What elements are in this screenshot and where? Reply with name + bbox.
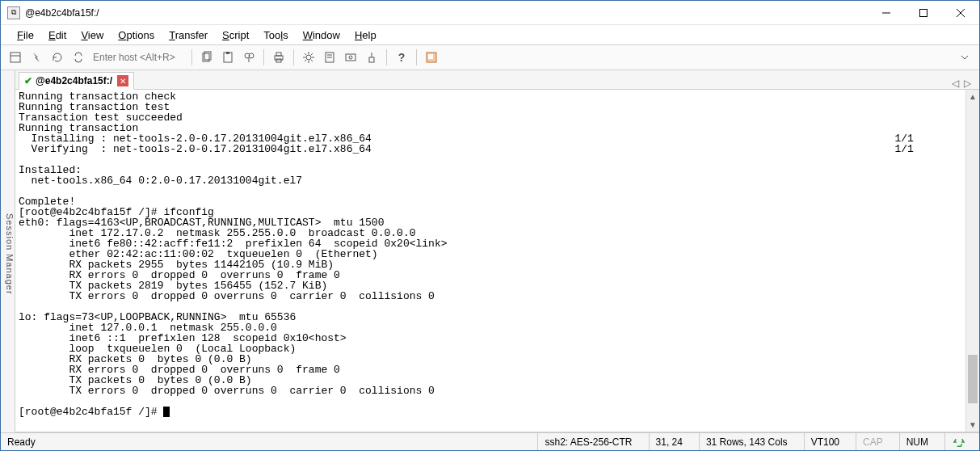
menu-window[interactable]: Window	[303, 29, 340, 41]
svg-rect-28	[346, 54, 355, 61]
svg-line-24	[305, 60, 306, 61]
session-tab[interactable]: ✔ @e4b2c4bfa15f:/ ✕	[19, 72, 134, 90]
status-term: VT100	[804, 433, 846, 450]
svg-point-16	[306, 55, 311, 60]
copy-icon[interactable]	[197, 48, 217, 67]
svg-rect-31	[369, 57, 374, 62]
disconnect-icon[interactable]	[69, 48, 88, 67]
svg-rect-4	[11, 53, 20, 62]
menu-script[interactable]: Script	[222, 29, 249, 41]
toolbar-overflow-icon[interactable]	[955, 48, 974, 67]
session-manager-panel[interactable]: Session Manager	[1, 70, 15, 432]
toolbar-separator	[191, 49, 192, 65]
status-size: 31 Rows, 143 Cols	[699, 433, 794, 450]
menu-help[interactable]: Help	[355, 29, 376, 41]
connected-icon: ✔	[24, 75, 32, 86]
scrollbar[interactable]: ▲ ▼	[965, 90, 979, 432]
activator-icon[interactable]	[422, 48, 441, 67]
maximize-button[interactable]	[905, 1, 942, 25]
app-icon: ⧉	[7, 6, 20, 19]
prev-tab-icon[interactable]: ◁	[952, 78, 959, 89]
svg-line-21	[305, 53, 306, 55]
session-manager-icon[interactable]	[6, 48, 25, 67]
menu-transfer[interactable]: Transfer	[169, 29, 208, 41]
toolbar-separator	[293, 49, 294, 65]
svg-rect-1	[920, 9, 927, 16]
toolbar-separator	[416, 49, 417, 65]
title-bar: ⧉ @e4b2c4bfa15f:/	[1, 1, 979, 25]
sftp-icon[interactable]	[341, 48, 360, 67]
menu-tools[interactable]: Tools	[263, 29, 288, 41]
status-num: NUM	[899, 433, 935, 450]
host-input[interactable]	[90, 48, 187, 66]
menu-view[interactable]: View	[81, 29, 103, 41]
print-icon[interactable]	[269, 48, 288, 67]
status-bar: Ready ssh2: AES-256-CTR 31, 24 31 Rows, …	[1, 432, 979, 450]
tab-bar: ✔ @e4b2c4bfa15f:/ ✕ ◁ ▷	[15, 70, 979, 90]
svg-rect-9	[226, 52, 229, 54]
window-title: @e4b2c4bfa15f:/	[25, 7, 868, 19]
svg-point-29	[349, 56, 352, 59]
status-cap: CAP	[856, 433, 890, 450]
help-icon[interactable]: ?	[392, 48, 411, 67]
tab-title: @e4b2c4bfa15f:/	[36, 75, 112, 86]
status-cipher: ssh2: AES-256-CTR	[537, 433, 638, 450]
terminal-cursor	[163, 407, 170, 417]
close-tab-button[interactable]: ✕	[117, 75, 128, 86]
scroll-thumb[interactable]	[968, 355, 978, 403]
terminal-wrap: https://blog.csdn.net/ Running transacti…	[15, 90, 979, 432]
options-icon[interactable]	[299, 48, 318, 67]
toolbar-separator	[263, 49, 264, 65]
paste-icon[interactable]	[218, 48, 238, 67]
script-icon[interactable]	[320, 48, 339, 67]
svg-rect-14	[276, 53, 281, 56]
status-ready: Ready	[7, 433, 42, 450]
toolbar-separator	[386, 49, 387, 65]
quick-connect-icon[interactable]	[27, 48, 46, 67]
scroll-down-icon[interactable]: ▼	[966, 418, 979, 432]
keymap-icon[interactable]	[362, 48, 381, 67]
svg-rect-33	[428, 54, 433, 59]
scroll-up-icon[interactable]: ▲	[966, 90, 979, 103]
terminal[interactable]: Running transaction check Running transa…	[15, 90, 965, 432]
menu-file[interactable]: File	[17, 29, 34, 41]
work-area: Session Manager ✔ @e4b2c4bfa15f:/ ✕ ◁ ▷ …	[1, 70, 979, 432]
tab-nav: ◁ ▷	[947, 78, 976, 89]
minimize-button[interactable]	[868, 1, 905, 25]
status-recycle-icon	[944, 433, 973, 450]
reconnect-icon[interactable]	[48, 48, 67, 67]
close-button[interactable]	[942, 1, 979, 25]
svg-line-23	[311, 53, 313, 55]
menu-options[interactable]: Options	[118, 29, 154, 41]
find-icon[interactable]	[239, 48, 259, 67]
menu-edit[interactable]: Edit	[48, 29, 66, 41]
menu-bar: File Edit View Options Transfer Script T…	[1, 25, 979, 44]
next-tab-icon[interactable]: ▷	[964, 78, 971, 89]
svg-line-22	[311, 60, 313, 61]
scroll-track[interactable]	[966, 103, 979, 418]
toolbar: ?	[1, 44, 979, 70]
main-area: ✔ @e4b2c4bfa15f:/ ✕ ◁ ▷ https://blog.csd…	[15, 70, 979, 432]
status-cursor: 31, 24	[649, 433, 689, 450]
